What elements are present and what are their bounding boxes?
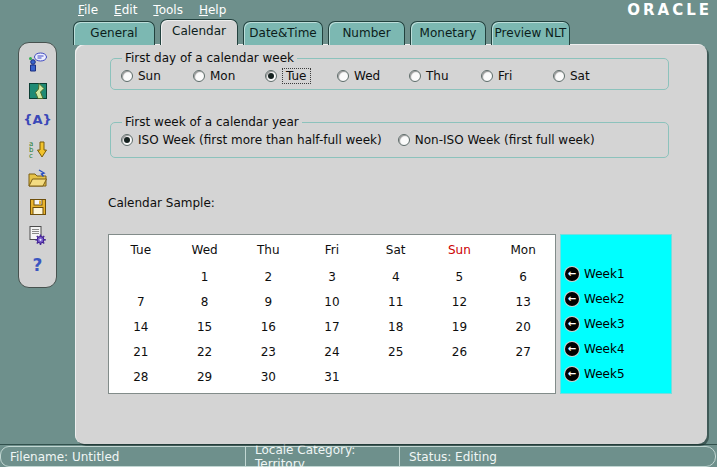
calendar-sample-table: Tue Wed Thu Fri Sat Sun Mon 1 2 3 4 5 6 … xyxy=(108,234,556,394)
week5-label: Week5 xyxy=(584,367,625,381)
left-arrow-icon: ← xyxy=(565,367,579,381)
left-arrow-icon: ← xyxy=(565,342,579,356)
calendar-header-thu: Thu xyxy=(236,235,300,264)
week2-label: Week2 xyxy=(584,292,625,306)
first-day-group-title: First day of a calendar week xyxy=(122,51,297,65)
status-locale-category: Locale Category: Territory xyxy=(245,446,400,467)
radio-non-iso-week[interactable]: Non-ISO Week (first full week) xyxy=(398,133,595,147)
day-cell: 9 xyxy=(236,289,300,314)
radio-sat[interactable]: Sat xyxy=(553,69,625,83)
radio-fri-label: Fri xyxy=(498,69,512,83)
radio-sun[interactable]: Sun xyxy=(121,69,193,83)
menu-items: File Edit Tools Help xyxy=(78,3,226,17)
radio-wed[interactable]: Wed xyxy=(337,69,409,83)
day-cell: 4 xyxy=(364,264,428,289)
day-cell xyxy=(491,364,555,389)
radio-wed-circle[interactable] xyxy=(337,70,349,82)
day-cell: 16 xyxy=(236,314,300,339)
first-day-options: Sun Mon Tue Wed Thu Fri xyxy=(121,66,668,86)
day-cell: 23 xyxy=(236,339,300,364)
day-cell: 14 xyxy=(109,314,173,339)
day-cell xyxy=(364,364,428,389)
oracle-logo: ORACLE xyxy=(627,1,712,19)
tab-calendar[interactable]: Calendar xyxy=(160,19,238,45)
menu-edit[interactable]: Edit xyxy=(114,3,137,17)
tab-monetary[interactable]: Monetary xyxy=(410,21,486,45)
radio-sun-circle[interactable] xyxy=(121,70,133,82)
radio-iso-week[interactable]: ISO Week (first more than half-full week… xyxy=(121,133,382,147)
day-cell: 7 xyxy=(109,289,173,314)
day-cell: 12 xyxy=(428,289,492,314)
radio-mon[interactable]: Mon xyxy=(193,69,265,83)
new-linguistic-sort-icon[interactable]: a b c xyxy=(27,138,49,159)
day-cell: 11 xyxy=(364,289,428,314)
day-cell: 1 xyxy=(173,264,237,289)
calendar-header-wed: Wed xyxy=(173,235,237,264)
new-charset-icon[interactable]: {A} xyxy=(27,109,49,130)
day-cell: 6 xyxy=(491,264,555,289)
radio-sat-label: Sat xyxy=(570,69,590,83)
day-cell: 31 xyxy=(300,364,364,389)
day-cell: 26 xyxy=(428,339,492,364)
day-cell: 10 xyxy=(300,289,364,314)
help-icon[interactable]: ? xyxy=(27,254,49,275)
radio-fri[interactable]: Fri xyxy=(481,69,553,83)
tab-preview-nlt[interactable]: Preview NLT xyxy=(491,21,570,45)
day-cell: 27 xyxy=(491,339,555,364)
status-editing: Status: Editing xyxy=(399,446,716,467)
radio-iso-week-circle[interactable] xyxy=(121,134,133,146)
radio-mon-circle[interactable] xyxy=(193,70,205,82)
save-icon[interactable] xyxy=(27,196,49,217)
radio-sun-label: Sun xyxy=(138,69,161,83)
first-day-group: First day of a calendar week Sun Mon Tue… xyxy=(110,51,669,90)
week3-item: ← Week3 xyxy=(565,311,671,336)
status-bar: Filename: Untitled Locale Category: Terr… xyxy=(0,444,717,467)
new-territory-icon[interactable] xyxy=(27,80,49,101)
radio-sat-circle[interactable] xyxy=(553,70,565,82)
tab-general[interactable]: General xyxy=(73,21,155,45)
tab-bar: General Calendar Date&Time Number Moneta… xyxy=(73,19,575,45)
radio-thu-circle[interactable] xyxy=(409,70,421,82)
radio-thu-label: Thu xyxy=(426,69,449,83)
calendar-tab-panel: First day of a calendar week Sun Mon Tue… xyxy=(75,44,707,444)
menubar: File Edit Tools Help ORACLE xyxy=(0,0,717,19)
radio-non-iso-week-circle[interactable] xyxy=(398,134,410,146)
day-cell: 21 xyxy=(109,339,173,364)
tab-datetime[interactable]: Date&Time xyxy=(243,21,323,45)
radio-tue-circle[interactable] xyxy=(265,70,277,82)
day-cell: 28 xyxy=(109,364,173,389)
svg-text:c: c xyxy=(29,152,33,159)
day-cell xyxy=(109,264,173,289)
day-cell: 22 xyxy=(173,339,237,364)
week3-label: Week3 xyxy=(584,317,625,331)
radio-thu[interactable]: Thu xyxy=(409,69,481,83)
tab-number[interactable]: Number xyxy=(328,21,405,45)
radio-tue[interactable]: Tue xyxy=(265,68,337,84)
calendar-header-fri: Fri xyxy=(300,235,364,264)
radio-mon-label: Mon xyxy=(210,69,235,83)
status-filename: Filename: Untitled xyxy=(0,446,246,467)
open-icon[interactable] xyxy=(27,167,49,188)
left-arrow-icon: ← xyxy=(565,267,579,281)
day-cell: 13 xyxy=(491,289,555,314)
week1-item: ← Week1 xyxy=(565,261,671,286)
week5-item: ← Week5 xyxy=(565,361,671,386)
generate-nlb-icon[interactable] xyxy=(27,225,49,246)
week4-label: Week4 xyxy=(584,342,625,356)
radio-wed-label: Wed xyxy=(354,69,380,83)
menu-help[interactable]: Help xyxy=(199,3,226,17)
new-language-icon[interactable] xyxy=(27,51,49,72)
radio-non-iso-week-label: Non-ISO Week (first full week) xyxy=(415,133,595,147)
day-cell: 18 xyxy=(364,314,428,339)
menu-tools[interactable]: Tools xyxy=(153,3,183,17)
menu-file[interactable]: File xyxy=(78,3,98,17)
left-arrow-icon: ← xyxy=(565,292,579,306)
radio-fri-circle[interactable] xyxy=(481,70,493,82)
day-cell: 25 xyxy=(364,339,428,364)
first-week-options: ISO Week (first more than half-full week… xyxy=(121,130,668,150)
day-cell: 15 xyxy=(173,314,237,339)
day-cell: 3 xyxy=(300,264,364,289)
first-week-group: First week of a calendar year ISO Week (… xyxy=(110,115,669,158)
calendar-header-sat: Sat xyxy=(364,235,428,264)
day-cell: 2 xyxy=(236,264,300,289)
